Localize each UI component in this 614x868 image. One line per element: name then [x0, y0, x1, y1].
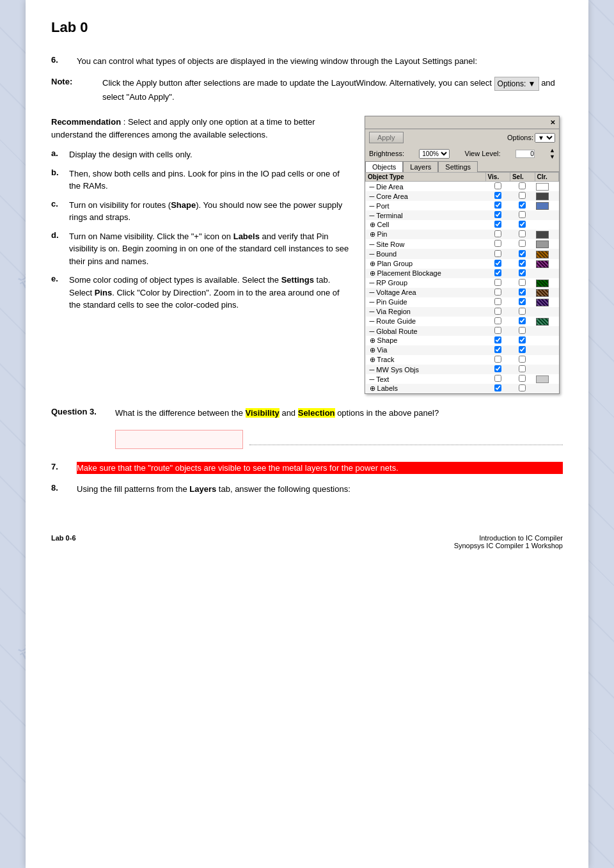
sel-cell[interactable]	[510, 384, 535, 393]
vis-checkbox[interactable]	[494, 182, 501, 189]
vis-cell[interactable]	[485, 317, 510, 326]
vis-cell[interactable]	[485, 345, 510, 355]
vis-cell[interactable]	[485, 288, 510, 297]
sel-checkbox[interactable]	[519, 288, 526, 296]
sel-cell[interactable]	[510, 374, 535, 384]
vis-checkbox[interactable]	[494, 327, 501, 334]
sel-checkbox[interactable]	[519, 384, 526, 391]
vis-checkbox[interactable]	[494, 384, 501, 391]
answer-input-box[interactable]	[115, 430, 243, 449]
sel-checkbox[interactable]	[519, 365, 526, 372]
sel-cell[interactable]	[510, 230, 535, 239]
vis-checkbox[interactable]	[494, 211, 501, 218]
vis-checkbox[interactable]	[494, 375, 501, 382]
vis-checkbox[interactable]	[494, 192, 501, 199]
sel-checkbox[interactable]	[519, 356, 526, 363]
apply-button[interactable]: Apply	[369, 132, 404, 143]
vis-cell[interactable]	[485, 278, 510, 288]
sel-cell[interactable]	[510, 326, 535, 336]
sel-checkbox[interactable]	[519, 317, 526, 324]
vis-cell[interactable]	[485, 182, 510, 192]
vis-checkbox[interactable]	[494, 356, 501, 363]
sel-cell[interactable]	[510, 288, 535, 297]
sel-checkbox[interactable]	[519, 211, 526, 218]
panel-scroll-area[interactable]: Object Type Vis. Sel. Clr. ─ Die Area ─ …	[365, 172, 559, 393]
sel-checkbox[interactable]	[519, 192, 526, 199]
sel-cell[interactable]	[510, 317, 535, 326]
vis-cell[interactable]	[485, 355, 510, 365]
sel-cell[interactable]	[510, 210, 535, 220]
view-level-spinner[interactable]: ▲▼	[549, 147, 555, 160]
panel-close-button[interactable]: ✕	[550, 119, 555, 126]
sel-checkbox[interactable]	[519, 308, 526, 315]
vis-cell[interactable]	[485, 307, 510, 317]
tab-objects[interactable]: Objects	[365, 161, 403, 172]
vis-cell[interactable]	[485, 384, 510, 393]
vis-cell[interactable]	[485, 230, 510, 239]
vis-checkbox[interactable]	[494, 279, 501, 286]
vis-cell[interactable]	[485, 201, 510, 210]
sel-cell[interactable]	[510, 220, 535, 230]
vis-checkbox[interactable]	[494, 260, 501, 267]
vis-checkbox[interactable]	[494, 250, 501, 257]
sel-cell[interactable]	[510, 355, 535, 365]
sel-cell[interactable]	[510, 259, 535, 269]
sel-checkbox[interactable]	[519, 298, 526, 305]
sel-cell[interactable]	[510, 365, 535, 374]
vis-cell[interactable]	[485, 365, 510, 374]
tab-layers[interactable]: Layers	[403, 161, 438, 172]
vis-checkbox[interactable]	[494, 240, 501, 247]
options-dropdown[interactable]: Options: ▼	[494, 77, 539, 91]
sel-cell[interactable]	[510, 201, 535, 210]
sel-checkbox[interactable]	[519, 375, 526, 382]
vis-checkbox[interactable]	[494, 288, 501, 296]
sel-cell[interactable]	[510, 249, 535, 258]
sel-checkbox[interactable]	[519, 201, 526, 209]
vis-checkbox[interactable]	[494, 346, 501, 353]
vis-cell[interactable]	[485, 297, 510, 307]
vis-checkbox[interactable]	[494, 298, 501, 305]
vis-cell[interactable]	[485, 249, 510, 258]
sel-checkbox[interactable]	[519, 182, 526, 189]
sel-checkbox[interactable]	[519, 240, 526, 247]
sel-checkbox[interactable]	[519, 327, 526, 334]
vis-cell[interactable]	[485, 191, 510, 201]
vis-checkbox[interactable]	[494, 365, 501, 372]
sel-checkbox[interactable]	[519, 346, 526, 353]
vis-checkbox[interactable]	[494, 269, 501, 276]
vis-checkbox[interactable]	[494, 201, 501, 209]
sel-cell[interactable]	[510, 269, 535, 278]
vis-checkbox[interactable]	[494, 336, 501, 343]
sel-checkbox[interactable]	[519, 269, 526, 276]
sel-checkbox[interactable]	[519, 221, 526, 228]
sel-cell[interactable]	[510, 239, 535, 249]
sel-checkbox[interactable]	[519, 279, 526, 286]
brightness-select[interactable]: 100%	[419, 149, 450, 159]
vis-cell[interactable]	[485, 326, 510, 336]
sel-checkbox[interactable]	[519, 250, 526, 257]
sel-cell[interactable]	[510, 307, 535, 317]
vis-cell[interactable]	[485, 259, 510, 269]
vis-checkbox[interactable]	[494, 317, 501, 324]
sel-cell[interactable]	[510, 345, 535, 355]
vis-checkbox[interactable]	[494, 221, 501, 228]
vis-checkbox[interactable]	[494, 308, 501, 315]
vis-cell[interactable]	[485, 239, 510, 249]
view-level-input[interactable]	[516, 150, 535, 158]
vis-checkbox[interactable]	[494, 230, 501, 237]
sel-cell[interactable]	[510, 191, 535, 201]
sel-cell[interactable]	[510, 297, 535, 307]
sel-cell[interactable]	[510, 336, 535, 345]
vis-cell[interactable]	[485, 220, 510, 230]
vis-cell[interactable]	[485, 269, 510, 278]
sel-cell[interactable]	[510, 278, 535, 288]
vis-cell[interactable]	[485, 374, 510, 384]
sel-checkbox[interactable]	[519, 336, 526, 343]
tab-settings[interactable]: Settings	[438, 161, 478, 172]
sel-checkbox[interactable]	[519, 260, 526, 267]
options-select-input[interactable]: ▼	[535, 133, 555, 143]
sel-cell[interactable]	[510, 182, 535, 192]
vis-cell[interactable]	[485, 336, 510, 345]
vis-cell[interactable]	[485, 210, 510, 220]
sel-checkbox[interactable]	[519, 230, 526, 237]
